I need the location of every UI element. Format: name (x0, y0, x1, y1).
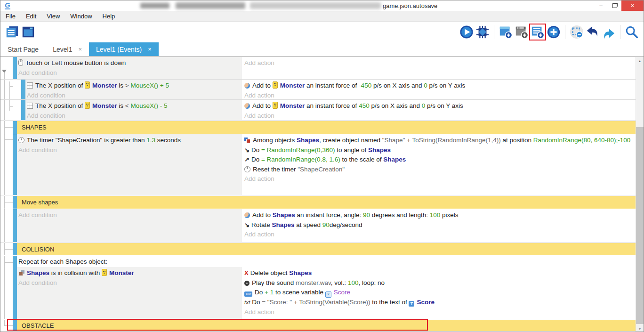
scale-icon: ↗ (244, 156, 250, 163)
comment-move-shapes[interactable]: Move shapes (17, 196, 636, 209)
remove-selection-icon[interactable] (570, 25, 584, 39)
tab-level1[interactable]: Level1 × (46, 42, 89, 56)
menu-view[interactable]: View (41, 11, 65, 21)
action-add-force[interactable]: Add to Monster an instant force of 450 p… (244, 101, 631, 111)
comment-collision[interactable]: COLLISION (17, 243, 636, 255)
close-button[interactable]: × (621, 0, 644, 11)
add-standard-event-icon[interactable] (547, 25, 561, 39)
debug-icon[interactable] (475, 25, 490, 39)
search-icon[interactable] (625, 25, 639, 39)
add-condition-link[interactable]: Add condition (18, 211, 238, 220)
text-segment: Rotate (251, 221, 272, 228)
text-segment: Add to (252, 211, 273, 219)
event-selection-bar[interactable] (13, 196, 17, 209)
condition-collision[interactable]: Shapes is in collision with Monster (18, 268, 238, 278)
comment-shapes[interactable]: SHAPES (17, 121, 636, 134)
add-condition-link[interactable]: Add condition (18, 278, 238, 288)
add-action-link[interactable]: Add action (244, 308, 631, 317)
menu-edit[interactable]: Edit (21, 11, 41, 21)
comment-obstacle[interactable]: OBSTACLE (17, 320, 636, 331)
action-add-force[interactable]: Add to Shapes an instant force, angle: 9… (244, 211, 631, 220)
text-segment: p/s on X axis and (371, 82, 424, 89)
vertical-scrollbar[interactable]: ▲ ▼ (636, 57, 644, 332)
condition-x-position[interactable]: The X position of Monster is < MouseX() … (27, 101, 238, 111)
toolbar-separator (494, 25, 494, 39)
monster-object-icon (85, 102, 90, 109)
scrollbar-thumb[interactable] (636, 127, 644, 324)
text-segment: Play the sound (252, 279, 296, 286)
add-action-link[interactable]: Add action (244, 58, 631, 68)
text-segment: p/s on X axis and (370, 102, 422, 109)
text-segment: p/s on Y axis (425, 102, 463, 109)
tab-bar: Start Page Level1 × Level1 (Events) × (0, 42, 644, 57)
add-condition-link[interactable]: Add condition (27, 91, 238, 101)
event-selection-bar[interactable] (13, 243, 17, 255)
project-manager-icon[interactable] (5, 25, 19, 39)
action-set-angle[interactable]: ↘Do = RandomInRange(0,360) to angle of S… (244, 146, 631, 155)
add-condition-link[interactable]: Add condition (18, 68, 238, 78)
preview-play-icon[interactable] (459, 25, 474, 39)
event-selection-bar[interactable] (13, 57, 17, 79)
action-reset-timer[interactable]: Reset the timer "ShapeCreation" (244, 165, 631, 175)
undo-icon[interactable] (586, 25, 600, 39)
action-set-scale[interactable]: ↗Do = RandomInRange(0.8, 1.6) to the sca… (244, 155, 631, 165)
scene-editor-icon[interactable] (21, 25, 35, 39)
tree-rail (0, 134, 13, 195)
event-selection-bar[interactable] (13, 320, 17, 331)
restore-icon (612, 3, 617, 8)
action-change-text[interactable]: txtDo = "Score: " + ToString(Variable(Sc… (244, 298, 631, 308)
object-name: Shapes (383, 156, 406, 163)
menu-window[interactable]: Window (65, 11, 97, 21)
action-change-variable[interactable]: VarDo + 1 to scene variable xScore (244, 288, 631, 298)
add-event-icon[interactable] (531, 25, 545, 39)
menu-help[interactable]: Help (97, 11, 121, 21)
add-action-link[interactable]: Add action (244, 174, 631, 184)
event-selection-bar[interactable] (13, 256, 17, 319)
action-add-force[interactable]: Add to Monster an instant force of -450 … (244, 81, 631, 91)
timer-icon (18, 137, 24, 143)
toolbar-separator (620, 25, 620, 39)
expression: 100 (348, 279, 359, 286)
tab-start-page[interactable]: Start Page (0, 42, 46, 56)
add-condition-link[interactable]: Add condition (18, 146, 238, 155)
add-action-link[interactable]: Add action (244, 91, 631, 101)
tab-close-icon[interactable]: × (78, 46, 82, 53)
object-name: Shapes (273, 211, 295, 219)
action-rotate[interactable]: ↘Rotate Shapes at speed 90deg/second (244, 220, 631, 230)
action-create-object[interactable]: Among objects Shapes, create object name… (244, 136, 631, 146)
event-selection-bar[interactable] (21, 80, 25, 99)
condition-x-position[interactable]: The X position of Monster is > MouseX() … (27, 81, 238, 91)
file-name: monster.wav (296, 279, 331, 286)
expression: 90 (363, 211, 370, 219)
object-name: Shapes (297, 137, 319, 144)
sub-event-row: The X position of Monster is > MouseX() … (0, 80, 636, 100)
add-object-icon[interactable] (499, 25, 513, 39)
events-sheet: Touch or Left mouse button is down Add c… (0, 57, 644, 332)
condition-timer[interactable]: The timer "ShapeCreation" is greater tha… (18, 136, 238, 146)
condition-mouse-down[interactable]: Touch or Left mouse button is down (18, 58, 238, 68)
comment-row: Move shapes (0, 195, 636, 209)
string-expression: "Shape" + ToString(RandomInRange(1,4)) (382, 137, 501, 144)
event-selection-bar[interactable] (21, 100, 25, 120)
foreach-header[interactable]: Repeat for each Shapes object: (17, 256, 636, 267)
minimize-button[interactable]: – (594, 0, 608, 11)
action-play-sound[interactable]: Play the sound monster.wav, vol.: 100, l… (244, 278, 631, 288)
text-segment: is (117, 102, 125, 109)
menu-file[interactable]: File (0, 11, 21, 21)
event-selection-bar[interactable] (13, 134, 17, 195)
add-action-link[interactable]: Add action (244, 230, 631, 240)
scroll-up-icon[interactable]: ▲ (636, 57, 644, 65)
scroll-down-icon[interactable]: ▼ (636, 325, 644, 332)
add-condition-link[interactable]: Add condition (27, 111, 238, 121)
event-selection-bar[interactable] (13, 209, 17, 242)
force-icon (244, 212, 250, 218)
event-selection-bar[interactable] (13, 121, 17, 134)
add-object-group-icon[interactable] (515, 25, 529, 39)
tab-level1-events[interactable]: Level1 (Events) × (89, 42, 159, 56)
restore-button[interactable] (608, 0, 621, 11)
add-action-link[interactable]: Add action (244, 111, 631, 121)
tab-close-icon[interactable]: × (148, 46, 152, 53)
redo-icon[interactable] (602, 25, 616, 39)
action-delete-object[interactable]: XDelete object Shapes (244, 268, 631, 278)
event-row: The timer "ShapeCreation" is greater tha… (0, 134, 636, 195)
